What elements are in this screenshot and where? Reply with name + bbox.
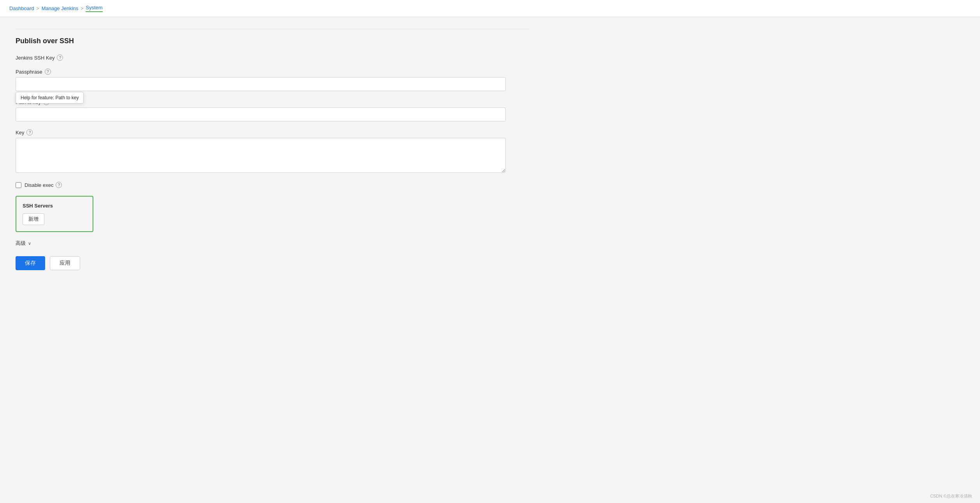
- passphrase-label-row: Passphrase ?: [16, 69, 529, 75]
- jenkins-ssh-key-label: Jenkins SSH Key: [16, 55, 54, 61]
- path-to-key-label-row: Path to key ?: [16, 99, 529, 105]
- apply-button[interactable]: 应用: [50, 256, 80, 270]
- breadcrumb-sep-1: >: [37, 6, 39, 11]
- passphrase-tooltip: Help for feature: Path to key: [16, 92, 84, 104]
- breadcrumb: Dashboard > Manage Jenkins > System: [0, 0, 980, 17]
- advanced-toggle[interactable]: 高级 ∨: [16, 240, 529, 247]
- jenkins-ssh-key-label-row: Jenkins SSH Key ?: [16, 55, 529, 61]
- breadcrumb-dashboard[interactable]: Dashboard: [9, 5, 34, 11]
- key-group: Key ?: [16, 129, 529, 174]
- path-to-key-input[interactable]: [16, 107, 506, 121]
- disable-exec-help-icon[interactable]: ?: [56, 182, 62, 188]
- jenkins-ssh-key-help-icon[interactable]: ?: [57, 55, 63, 61]
- jenkins-ssh-key-group: Jenkins SSH Key ?: [16, 55, 529, 61]
- passphrase-help-icon[interactable]: ?: [45, 69, 51, 75]
- top-divider: [16, 29, 529, 29]
- breadcrumb-system[interactable]: System: [86, 5, 102, 12]
- disable-exec-checkbox[interactable]: [16, 182, 21, 188]
- disable-exec-label: Disable exec: [25, 182, 53, 188]
- ssh-servers-box: SSH Servers 新增: [16, 196, 93, 232]
- action-buttons: 保存 应用: [16, 256, 529, 270]
- save-button[interactable]: 保存: [16, 256, 45, 270]
- passphrase-input[interactable]: [16, 77, 506, 91]
- main-content: Publish over SSH Jenkins SSH Key ? Passp…: [0, 17, 545, 282]
- section-title: Publish over SSH: [16, 37, 529, 45]
- key-label-row: Key ?: [16, 129, 529, 135]
- advanced-label: 高级: [16, 240, 26, 247]
- disable-exec-group: Disable exec ?: [16, 182, 529, 188]
- add-ssh-server-button[interactable]: 新增: [23, 213, 44, 225]
- ssh-servers-title: SSH Servers: [23, 203, 86, 209]
- breadcrumb-sep-2: >: [81, 6, 83, 11]
- passphrase-group: Passphrase ? Help for feature: Path to k…: [16, 69, 529, 91]
- passphrase-wrapper: Help for feature: Path to key: [16, 77, 529, 91]
- key-label: Key: [16, 130, 24, 135]
- key-help-icon[interactable]: ?: [26, 129, 33, 135]
- breadcrumb-manage-jenkins[interactable]: Manage Jenkins: [42, 5, 79, 11]
- chevron-down-icon: ∨: [28, 241, 31, 246]
- disable-exec-label-row: Disable exec ?: [25, 182, 62, 188]
- passphrase-label: Passphrase: [16, 69, 42, 75]
- path-to-key-group: Path to key ?: [16, 99, 529, 121]
- key-textarea[interactable]: [16, 138, 506, 173]
